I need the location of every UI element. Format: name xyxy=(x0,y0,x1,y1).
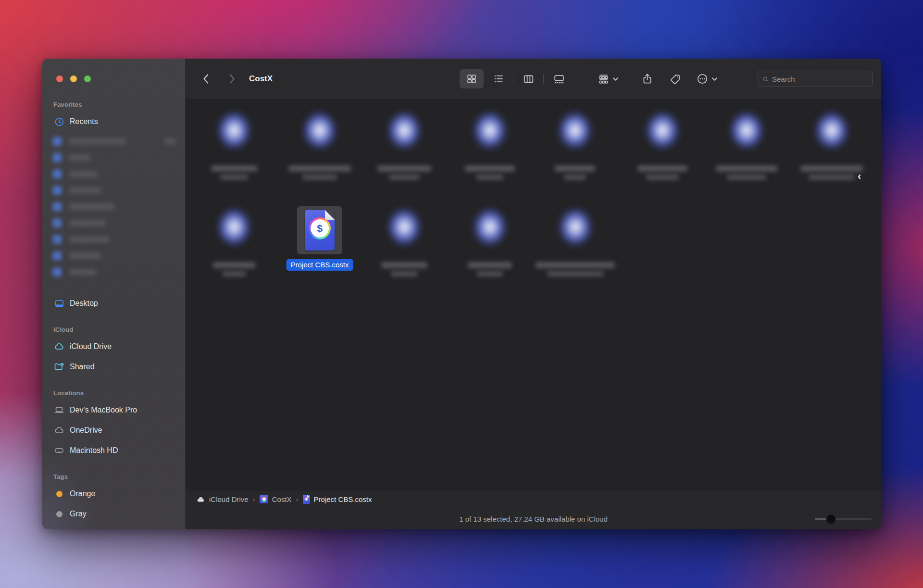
toolbar-separator xyxy=(543,74,544,84)
search-field[interactable] xyxy=(758,71,873,87)
path-item-current[interactable]: Project CBS.costx xyxy=(314,495,372,503)
chevron-down-icon xyxy=(612,77,619,81)
path-separator: › xyxy=(253,495,255,503)
close-button[interactable] xyxy=(56,75,63,82)
sidebar-item-icloud-drive[interactable]: iCloud Drive xyxy=(49,340,180,353)
sidebar-item-tag-gray[interactable]: Gray xyxy=(49,507,180,521)
toolbar: CostX xyxy=(186,59,881,99)
blurred-file[interactable] xyxy=(203,207,265,276)
blurred-file[interactable] xyxy=(203,111,265,180)
laptop-icon xyxy=(53,405,65,415)
icloud-header: iCloud xyxy=(53,326,74,333)
sidebar-item-label: iCloud Drive xyxy=(70,342,112,351)
sidebar: Favorites Recents xyxy=(42,59,186,529)
path-bar: iCloud Drive › CostX › Project CBS.costx xyxy=(186,490,881,508)
blurred-icon xyxy=(53,251,62,260)
blurred-sidebar-item[interactable] xyxy=(53,136,180,147)
blurred-icon xyxy=(53,170,62,178)
forward-button[interactable] xyxy=(223,69,241,88)
back-button[interactable] xyxy=(197,69,215,88)
blurred-file[interactable] xyxy=(288,111,351,180)
slider-knob[interactable] xyxy=(826,514,836,524)
status-bar: 1 of 13 selected, 27.24 GB available on … xyxy=(186,508,881,529)
finder-window: Favorites Recents xyxy=(42,59,881,529)
path-item[interactable]: iCloud Drive xyxy=(209,495,249,503)
blurred-file[interactable] xyxy=(536,207,615,276)
blurred-file[interactable] xyxy=(373,207,436,276)
blurred-file[interactable] xyxy=(715,111,778,180)
chevron-down-icon xyxy=(711,77,718,81)
costx-folder-icon xyxy=(260,495,268,503)
blurred-sidebar-item[interactable] xyxy=(53,234,180,245)
desktop-icon xyxy=(53,298,65,309)
file-grid: $ Project CBS.costx ‹ xyxy=(186,99,881,490)
sidebar-item-shared[interactable]: Shared xyxy=(49,360,180,374)
sidebar-item-onedrive[interactable]: OneDrive xyxy=(49,424,180,437)
blurred-sidebar-item[interactable] xyxy=(53,266,180,278)
tags-header: Tags xyxy=(53,473,68,480)
sidebar-item-label: Desktop xyxy=(70,299,98,308)
harddrive-icon xyxy=(53,445,65,456)
blurred-icon xyxy=(53,202,62,211)
icon-size-slider[interactable] xyxy=(815,518,872,520)
blurred-file[interactable] xyxy=(544,111,606,180)
rainbow-ring: $ xyxy=(309,217,331,239)
chevron-left-icon: ‹ xyxy=(858,170,861,183)
blurred-icon xyxy=(53,137,62,146)
share-button[interactable] xyxy=(636,69,658,88)
blurred-icon xyxy=(53,219,62,227)
sidebar-item-macbook-pro[interactable]: Dev’s MacBook Pro xyxy=(49,403,180,417)
path-separator: › xyxy=(296,495,299,503)
status-text: 1 of 13 selected, 27.24 GB available on … xyxy=(186,508,881,529)
sidebar-item-label: Dev’s MacBook Pro xyxy=(70,406,137,414)
window-title: CostX xyxy=(249,59,273,99)
blurred-icon xyxy=(53,186,62,195)
shared-folder-icon xyxy=(53,362,65,372)
clock-icon xyxy=(53,116,65,127)
blurred-file[interactable] xyxy=(459,207,521,276)
blurred-sidebar-item[interactable] xyxy=(53,152,180,163)
path-item[interactable]: CostX xyxy=(272,495,292,503)
more-options-button[interactable] xyxy=(692,69,722,88)
sidebar-item-label: Recents xyxy=(70,117,98,126)
cloud-icon xyxy=(53,341,65,352)
selected-file[interactable]: $ xyxy=(297,206,342,254)
desktop-wallpaper: Favorites Recents xyxy=(0,0,923,588)
blurred-sidebar-item[interactable] xyxy=(53,250,180,262)
blurred-sidebar-item[interactable] xyxy=(53,185,180,196)
blurred-file[interactable] xyxy=(373,111,436,180)
blurred-file[interactable] xyxy=(631,111,694,180)
costx-file-icon-large: $ xyxy=(305,210,335,250)
zoom-button[interactable] xyxy=(84,75,91,82)
gallery-view-button[interactable] xyxy=(547,69,572,88)
favorites-header: Favorites xyxy=(53,101,82,108)
cloud-icon xyxy=(53,425,65,436)
sidebar-item-label: Macintosh HD xyxy=(70,446,118,455)
group-by-button[interactable] xyxy=(593,69,624,88)
tags-button[interactable] xyxy=(665,69,686,88)
column-view-button[interactable] xyxy=(516,69,540,88)
sidebar-item-recents[interactable]: Recents xyxy=(49,115,180,128)
blurred-sidebar-item[interactable] xyxy=(53,201,180,213)
gray-tag-icon xyxy=(53,509,65,519)
sidebar-item-label: Orange xyxy=(70,489,95,498)
blurred-file[interactable] xyxy=(459,111,521,180)
costx-file-icon xyxy=(303,495,310,504)
icon-view-button[interactable] xyxy=(460,69,484,88)
sidebar-item-desktop[interactable]: Desktop xyxy=(49,297,180,310)
orange-tag-icon xyxy=(53,488,65,499)
search-input[interactable] xyxy=(772,75,868,83)
blurred-icon xyxy=(53,153,62,162)
minimize-button[interactable] xyxy=(70,75,77,82)
list-view-button[interactable] xyxy=(487,69,510,88)
blurred-sidebar-item[interactable] xyxy=(53,217,180,229)
sidebar-item-label: OneDrive xyxy=(70,426,102,435)
selected-file-name[interactable]: Project CBS.costx xyxy=(287,259,353,271)
sidebar-item-label: Gray xyxy=(70,510,87,518)
blurred-sidebar-item[interactable] xyxy=(53,168,180,180)
sidebar-item-macintosh-hd[interactable]: Macintosh HD xyxy=(49,444,180,457)
sidebar-item-tag-orange[interactable]: Orange xyxy=(49,487,180,500)
blurred-badge xyxy=(164,138,176,145)
blurred-icon xyxy=(53,235,62,244)
blurred-file[interactable] xyxy=(800,111,863,180)
